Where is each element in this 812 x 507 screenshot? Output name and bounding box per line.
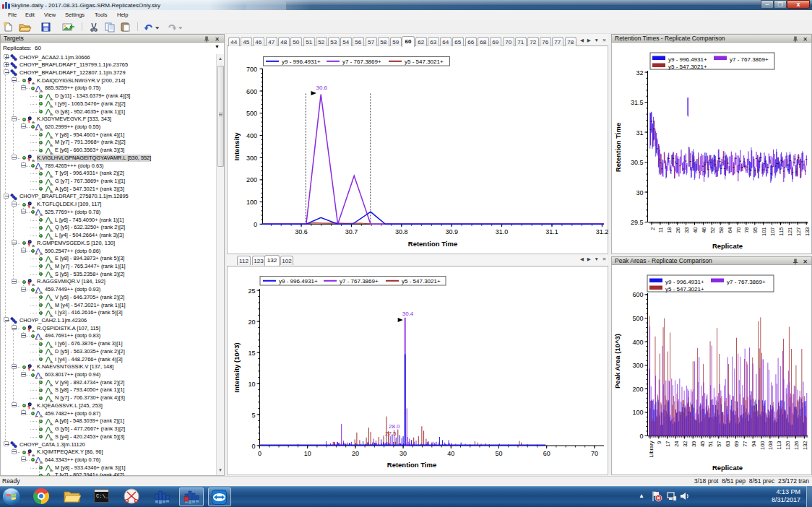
svg-text:y7 - 767.3869+: y7 - 767.3869+ bbox=[730, 56, 769, 63]
svg-text:y7 - 767.3869+: y7 - 767.3869+ bbox=[340, 278, 379, 285]
svg-text:Retention Time: Retention Time bbox=[387, 461, 436, 469]
svg-text:132: 132 bbox=[802, 441, 808, 451]
svg-text:400: 400 bbox=[246, 132, 257, 139]
svg-text:30.5: 30.5 bbox=[631, 159, 644, 166]
svg-text:100: 100 bbox=[759, 441, 766, 451]
svg-text:95: 95 bbox=[752, 228, 759, 233]
svg-text:30.6: 30.6 bbox=[295, 228, 308, 235]
svg-text:29.5: 29.5 bbox=[631, 219, 644, 226]
svg-text:31.1: 31.1 bbox=[545, 228, 558, 235]
svg-text:300: 300 bbox=[632, 362, 643, 369]
svg-text:39: 39 bbox=[691, 441, 697, 447]
svg-text:600: 600 bbox=[632, 291, 643, 298]
svg-text:2: 2 bbox=[649, 228, 656, 230]
svg-text:10: 10 bbox=[304, 450, 311, 457]
svg-text:30.9: 30.9 bbox=[445, 228, 458, 235]
svg-text:500: 500 bbox=[246, 110, 257, 117]
svg-text:30: 30 bbox=[636, 189, 643, 196]
svg-text:y7 - 767.3869+: y7 - 767.3869+ bbox=[727, 279, 766, 285]
svg-text:28.0: 28.0 bbox=[389, 423, 400, 430]
svg-text:64: 64 bbox=[727, 228, 733, 233]
svg-text:0: 0 bbox=[258, 450, 262, 457]
svg-text:y5 - 547.3021+: y5 - 547.3021+ bbox=[405, 58, 444, 65]
svg-text:45: 45 bbox=[699, 441, 706, 447]
svg-text:70: 70 bbox=[735, 228, 742, 233]
svg-text:133: 133 bbox=[804, 228, 811, 237]
svg-text:Retention Time: Retention Time bbox=[408, 240, 457, 248]
svg-text:Replicate: Replicate bbox=[712, 242, 743, 250]
svg-text:100: 100 bbox=[246, 199, 257, 206]
svg-text:y5 - 547.3021+: y5 - 547.3021+ bbox=[665, 286, 704, 292]
svg-text:25: 25 bbox=[248, 287, 255, 295]
svg-text:31: 31 bbox=[636, 129, 643, 136]
svg-text:31.2: 31.2 bbox=[596, 228, 609, 235]
svg-text:y7 - 767.3869+: y7 - 767.3869+ bbox=[342, 58, 381, 65]
svg-text:9: 9 bbox=[656, 441, 662, 444]
svg-text:77: 77 bbox=[742, 441, 748, 447]
svg-text:y9 - 996.4931+: y9 - 996.4931+ bbox=[668, 56, 707, 63]
svg-text:94: 94 bbox=[751, 441, 757, 447]
svg-text:127: 127 bbox=[795, 228, 802, 237]
svg-text:20: 20 bbox=[352, 450, 359, 457]
svg-text:31.5: 31.5 bbox=[631, 99, 644, 106]
svg-text:500: 500 bbox=[632, 315, 643, 322]
svg-text:0: 0 bbox=[254, 221, 257, 228]
svg-text:120: 120 bbox=[785, 441, 791, 451]
svg-text:y9 - 996.4931+: y9 - 996.4931+ bbox=[279, 278, 318, 285]
svg-text:700: 700 bbox=[246, 66, 257, 73]
svg-text:107: 107 bbox=[769, 228, 776, 237]
svg-text:600: 600 bbox=[246, 88, 257, 95]
svg-text:63: 63 bbox=[725, 441, 731, 447]
svg-text:Intensity: Intensity bbox=[233, 132, 241, 161]
svg-text:30.7: 30.7 bbox=[345, 228, 358, 235]
svg-text:15: 15 bbox=[248, 350, 255, 357]
svg-text:11: 11 bbox=[657, 228, 664, 233]
svg-text:60: 60 bbox=[543, 450, 550, 457]
svg-text:y9 - 996.4931+: y9 - 996.4931+ bbox=[665, 279, 704, 285]
svg-text:101: 101 bbox=[761, 228, 767, 237]
svg-text:0: 0 bbox=[251, 443, 255, 450]
svg-text:y9 - 996.4931+: y9 - 996.4931+ bbox=[282, 58, 321, 65]
svg-text:y5 - 547.3021+: y5 - 547.3021+ bbox=[668, 64, 707, 70]
svg-text:30.8: 30.8 bbox=[395, 228, 408, 235]
svg-text:108: 108 bbox=[767, 441, 774, 451]
svg-text:Retention Time: Retention Time bbox=[614, 123, 622, 172]
svg-text:121: 121 bbox=[787, 228, 793, 237]
svg-text:Replicate: Replicate bbox=[712, 464, 743, 472]
svg-text:51: 51 bbox=[707, 441, 714, 447]
svg-text:400: 400 bbox=[632, 339, 643, 346]
svg-text:30.6: 30.6 bbox=[316, 84, 328, 91]
svg-text:18: 18 bbox=[666, 228, 673, 233]
svg-text:17: 17 bbox=[665, 441, 671, 447]
svg-text:200: 200 bbox=[632, 386, 643, 393]
svg-text:Peak Area (10^3): Peak Area (10^3) bbox=[613, 334, 621, 389]
svg-text:10: 10 bbox=[248, 381, 255, 388]
svg-text:20: 20 bbox=[248, 318, 255, 326]
svg-text:58: 58 bbox=[718, 228, 725, 233]
svg-text:27.5: 27.5 bbox=[385, 430, 397, 437]
svg-text:0: 0 bbox=[639, 433, 643, 440]
svg-text:33: 33 bbox=[683, 228, 690, 233]
svg-text:40: 40 bbox=[692, 228, 699, 233]
svg-text:y5 - 547.3021+: y5 - 547.3021+ bbox=[402, 278, 441, 285]
svg-text:57: 57 bbox=[716, 441, 722, 447]
svg-text:32: 32 bbox=[682, 441, 688, 447]
svg-text:5: 5 bbox=[251, 412, 255, 419]
svg-text:40: 40 bbox=[447, 450, 454, 457]
svg-text:100: 100 bbox=[632, 409, 643, 416]
svg-text:70: 70 bbox=[591, 450, 598, 457]
svg-text:30.4: 30.4 bbox=[402, 311, 414, 317]
svg-text:200: 200 bbox=[246, 176, 257, 183]
svg-text:69: 69 bbox=[733, 441, 740, 447]
svg-text:Intensity (10^3): Intensity (10^3) bbox=[233, 342, 241, 392]
svg-text:113: 113 bbox=[776, 441, 782, 450]
svg-text:32: 32 bbox=[636, 69, 643, 77]
svg-text:52: 52 bbox=[709, 228, 716, 233]
svg-text:31.0: 31.0 bbox=[496, 228, 509, 235]
svg-text:26: 26 bbox=[675, 228, 681, 233]
svg-text:126: 126 bbox=[793, 441, 800, 451]
svg-text:115: 115 bbox=[778, 228, 785, 236]
svg-text:24: 24 bbox=[673, 441, 680, 447]
svg-text:50: 50 bbox=[495, 450, 502, 457]
svg-text:Library: Library bbox=[648, 441, 655, 457]
